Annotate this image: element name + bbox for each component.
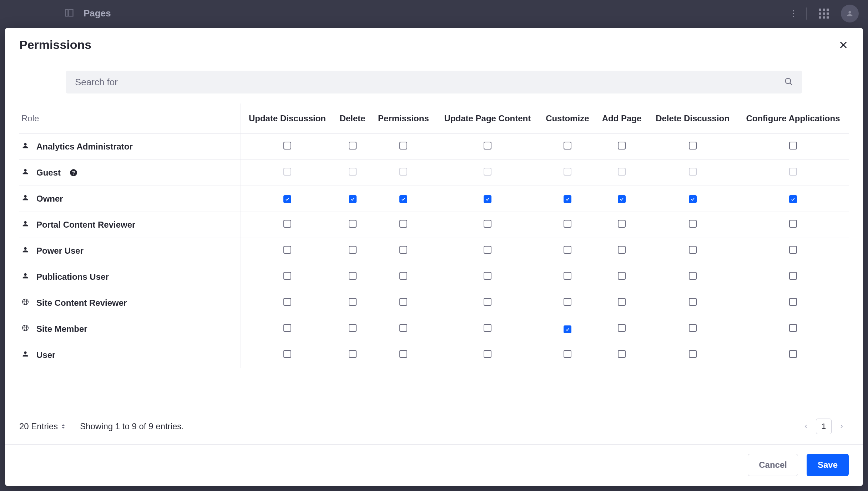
permission-checkbox[interactable]	[618, 142, 626, 150]
permission-checkbox[interactable]	[349, 298, 357, 306]
permission-checkbox[interactable]	[484, 220, 491, 228]
avatar[interactable]	[841, 5, 859, 22]
permission-checkbox[interactable]	[484, 298, 491, 306]
apps-grid-icon[interactable]	[819, 9, 829, 19]
permission-checkbox[interactable]	[618, 298, 626, 306]
info-badge-icon[interactable]: ?	[70, 169, 77, 176]
permission-checkbox[interactable]	[484, 142, 491, 150]
permission-checkbox[interactable]	[789, 195, 797, 203]
permission-checkbox[interactable]	[349, 350, 357, 358]
page-number[interactable]: 1	[816, 419, 832, 434]
permission-checkbox[interactable]	[399, 195, 407, 203]
permission-checkbox[interactable]	[349, 272, 357, 280]
permission-checkbox[interactable]	[618, 324, 626, 332]
user-icon	[21, 142, 29, 152]
permission-checkbox[interactable]	[689, 246, 697, 254]
permission-checkbox[interactable]	[349, 195, 357, 203]
permission-checkbox[interactable]	[349, 246, 357, 254]
permission-checkbox[interactable]	[283, 324, 291, 332]
save-button[interactable]: Save	[807, 454, 849, 476]
permission-checkbox[interactable]	[484, 324, 491, 332]
permission-checkbox[interactable]	[349, 142, 357, 150]
prev-page-button[interactable]	[799, 419, 813, 434]
permission-checkbox[interactable]	[399, 298, 407, 306]
role-cell: Portal Content Reviewer	[19, 212, 241, 238]
permission-checkbox[interactable]	[349, 324, 357, 332]
permission-checkbox[interactable]	[283, 350, 291, 358]
permission-checkbox[interactable]	[789, 324, 797, 332]
cancel-button[interactable]: Cancel	[748, 454, 798, 476]
checkbox-cell	[539, 186, 596, 212]
role-name: Owner	[36, 194, 63, 204]
pagination: 1	[799, 419, 849, 434]
checkbox-cell	[737, 212, 849, 238]
permission-checkbox[interactable]	[618, 272, 626, 280]
permission-checkbox[interactable]	[283, 220, 291, 228]
permission-checkbox[interactable]	[689, 350, 697, 358]
permission-checkbox[interactable]	[564, 272, 571, 280]
permission-checkbox[interactable]	[283, 142, 291, 150]
permission-checkbox[interactable]	[283, 195, 291, 203]
permission-checkbox[interactable]	[618, 350, 626, 358]
permission-checkbox[interactable]	[789, 298, 797, 306]
permission-checkbox[interactable]	[689, 324, 697, 332]
permission-checkbox[interactable]	[689, 220, 697, 228]
permission-checkbox[interactable]	[789, 220, 797, 228]
checkbox-cell	[737, 134, 849, 160]
permission-checkbox[interactable]	[564, 350, 571, 358]
permission-checkbox[interactable]	[399, 324, 407, 332]
permission-checkbox[interactable]	[484, 195, 491, 203]
table-row: User	[19, 342, 849, 368]
checkbox-cell	[371, 134, 436, 160]
permission-checkbox[interactable]	[349, 220, 357, 228]
entries-dropdown[interactable]: 20 Entries	[19, 421, 65, 431]
permission-checkbox[interactable]	[399, 272, 407, 280]
next-page-button[interactable]	[834, 419, 849, 434]
search-icon[interactable]	[784, 77, 793, 87]
checkbox-cell	[648, 264, 737, 290]
checkbox-cell	[371, 212, 436, 238]
permission-checkbox[interactable]	[399, 350, 407, 358]
permission-checkbox[interactable]	[564, 325, 571, 333]
permission-checkbox[interactable]	[789, 142, 797, 150]
permission-checkbox[interactable]	[689, 195, 697, 203]
permission-checkbox[interactable]	[618, 220, 626, 228]
permission-checkbox[interactable]	[689, 272, 697, 280]
checkbox-cell	[241, 134, 334, 160]
permission-checkbox[interactable]	[283, 272, 291, 280]
close-button[interactable]	[838, 40, 849, 50]
permission-checkbox[interactable]	[484, 350, 491, 358]
kebab-menu-icon[interactable]	[793, 10, 794, 17]
user-icon	[21, 220, 29, 230]
checkbox-cell	[737, 160, 849, 186]
permission-checkbox[interactable]	[564, 142, 571, 150]
permission-checkbox[interactable]	[564, 195, 571, 203]
permission-checkbox[interactable]	[399, 246, 407, 254]
topbar-right	[793, 5, 859, 22]
permission-checkbox[interactable]	[484, 246, 491, 254]
permission-checkbox[interactable]	[789, 246, 797, 254]
permission-checkbox[interactable]	[564, 246, 571, 254]
checkbox-cell	[596, 186, 648, 212]
permission-checkbox[interactable]	[564, 220, 571, 228]
permission-checkbox[interactable]	[618, 195, 626, 203]
permission-checkbox[interactable]	[283, 298, 291, 306]
permission-checkbox[interactable]	[689, 298, 697, 306]
permission-checkbox[interactable]	[399, 142, 407, 150]
permission-checkbox[interactable]	[283, 246, 291, 254]
search-input[interactable]	[75, 77, 784, 88]
permission-checkbox[interactable]	[484, 272, 491, 280]
permission-checkbox[interactable]	[564, 298, 571, 306]
permission-checkbox	[689, 168, 697, 176]
permission-checkbox[interactable]	[789, 272, 797, 280]
permission-checkbox[interactable]	[399, 220, 407, 228]
checkbox-cell	[371, 238, 436, 264]
permission-checkbox[interactable]	[618, 246, 626, 254]
permission-checkbox	[399, 168, 407, 176]
table-row: Portal Content Reviewer	[19, 212, 849, 238]
permission-checkbox[interactable]	[689, 142, 697, 150]
permission-checkbox	[789, 168, 797, 176]
role-cell: Site Member	[19, 316, 241, 342]
permission-checkbox[interactable]	[789, 350, 797, 358]
permission-checkbox	[618, 168, 626, 176]
